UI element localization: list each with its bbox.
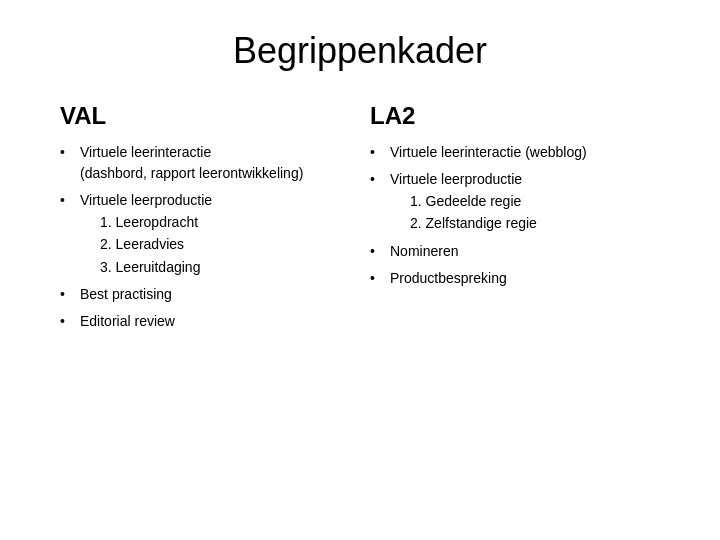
list-item-subitem: 2. Zelfstandige regie	[410, 212, 537, 234]
list-item-content: Virtuele leerproductie1. Leeropdracht2. …	[80, 190, 212, 278]
list-item-content: Best practising	[80, 284, 172, 305]
column-heading-val: VAL	[60, 102, 350, 130]
column-la2: LA2•Virtuele leerinteractie (webblog)•Vi…	[370, 102, 660, 338]
list-item-content: Virtuele leerproductie1. Gedeelde regie2…	[390, 169, 537, 235]
list-item-text: Virtuele leerproductie	[80, 192, 212, 208]
page-title: Begrippenkader	[233, 30, 487, 72]
list-item: •Virtuele leerinteractie (webblog)	[370, 142, 660, 163]
bullet-icon: •	[370, 241, 386, 262]
list-item: •Virtuele leerproductie1. Gedeelde regie…	[370, 169, 660, 235]
list-item-subitem: 2. Leeradvies	[100, 233, 212, 255]
bullet-icon: •	[370, 268, 386, 289]
list-item-subitem: 3. Leeruitdaging	[100, 256, 212, 278]
list-item: •Virtuele leerinteractie(dashbord, rappo…	[60, 142, 350, 184]
list-item-text: Nomineren	[390, 243, 458, 259]
bullet-icon: •	[60, 190, 76, 211]
list-item: •Best practising	[60, 284, 350, 305]
list-item-content: Virtuele leerinteractie(dashbord, rappor…	[80, 142, 303, 184]
list-item-text: Productbespreking	[390, 270, 507, 286]
bullet-icon: •	[60, 311, 76, 332]
column-val: VAL•Virtuele leerinteractie(dashbord, ra…	[60, 102, 350, 338]
bullet-icon: •	[370, 169, 386, 190]
column-heading-la2: LA2	[370, 102, 660, 130]
list-item-text: Best practising	[80, 286, 172, 302]
list-item-content: Virtuele leerinteractie (webblog)	[390, 142, 587, 163]
list-item-content: Editorial review	[80, 311, 175, 332]
list-item-subitem: 1. Gedeelde regie	[410, 190, 537, 212]
list-item-text: Virtuele leerproductie	[390, 171, 522, 187]
list-la2: •Virtuele leerinteractie (webblog)•Virtu…	[370, 142, 660, 289]
list-val: •Virtuele leerinteractie(dashbord, rappo…	[60, 142, 350, 332]
list-item: •Virtuele leerproductie1. Leeropdracht2.…	[60, 190, 350, 278]
list-item-subtext: (dashbord, rapport leerontwikkeling)	[80, 163, 303, 184]
list-item-text: Editorial review	[80, 313, 175, 329]
list-item: •Editorial review	[60, 311, 350, 332]
list-item-content: Productbespreking	[390, 268, 507, 289]
list-item: •Productbespreking	[370, 268, 660, 289]
bullet-icon: •	[60, 142, 76, 163]
list-item-text: Virtuele leerinteractie (webblog)	[390, 144, 587, 160]
list-item-content: Nomineren	[390, 241, 458, 262]
bullet-icon: •	[370, 142, 386, 163]
list-item-subitem: 1. Leeropdracht	[100, 211, 212, 233]
columns-container: VAL•Virtuele leerinteractie(dashbord, ra…	[60, 102, 660, 338]
list-item-text: Virtuele leerinteractie	[80, 144, 211, 160]
list-item: •Nomineren	[370, 241, 660, 262]
bullet-icon: •	[60, 284, 76, 305]
